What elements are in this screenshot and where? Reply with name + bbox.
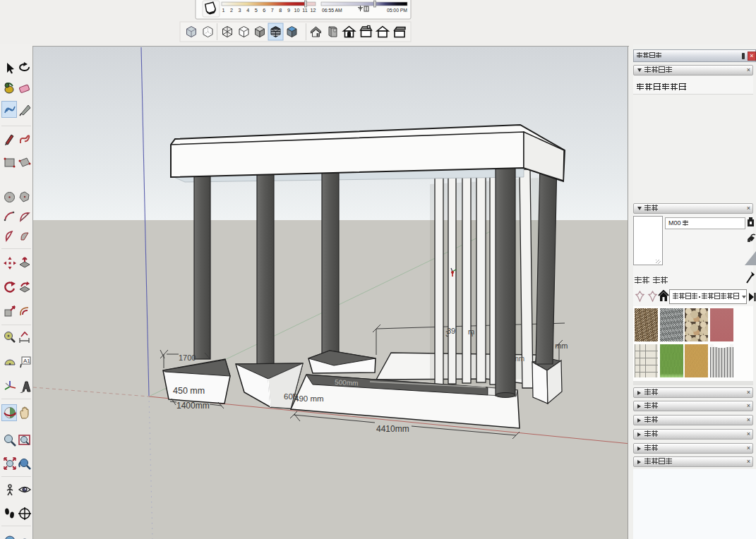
- svg-text:1700: 1700: [179, 353, 196, 362]
- svg-text:39: 39: [447, 327, 455, 335]
- svg-text:450 mm: 450 mm: [173, 386, 205, 396]
- svg-text:490 mm: 490 mm: [294, 394, 324, 403]
- svg-text:4410mm: 4410mm: [376, 424, 409, 434]
- svg-text:1400mm: 1400mm: [176, 401, 210, 411]
- svg-text:m: m: [468, 327, 474, 336]
- svg-text:A1: A1: [23, 358, 30, 364]
- svg-text:500mm: 500mm: [335, 378, 359, 387]
